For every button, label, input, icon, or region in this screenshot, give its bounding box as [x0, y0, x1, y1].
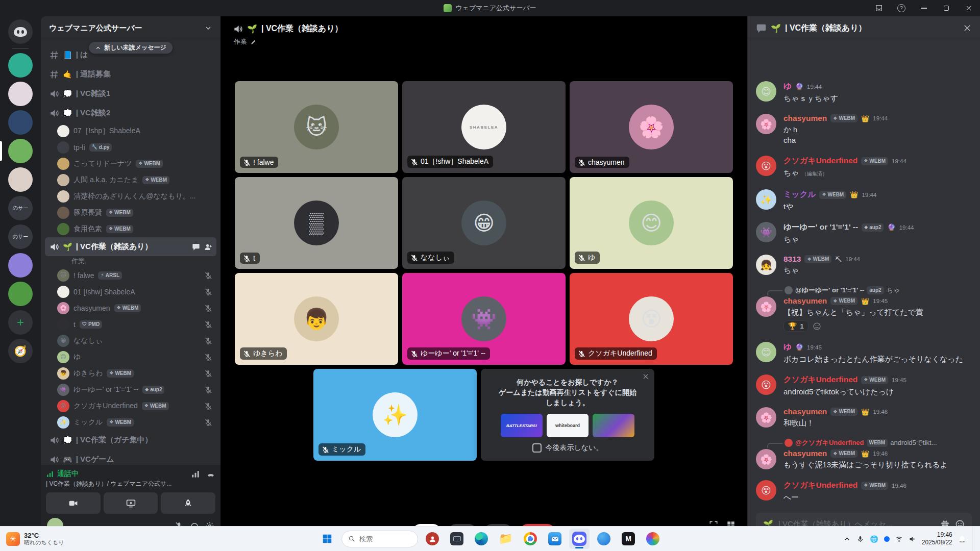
server-icon[interactable]: +	[8, 310, 33, 335]
taskbar-search[interactable]	[341, 531, 418, 547]
avatar[interactable]: ✨	[756, 189, 776, 210]
reply-preview[interactable]: @クソガキUnderfined WEBM android5でtikt...	[785, 438, 972, 447]
noise-suppression-icon[interactable]	[191, 469, 200, 479]
avatar[interactable]: 😵	[756, 480, 776, 500]
activity-thumbnail[interactable]: whiteboard	[547, 414, 589, 437]
voice-member[interactable]: こってりドーナツ ❖WEBM	[53, 156, 216, 171]
channel-row-selected[interactable]: 🌱 | VC作業（雑談あり）	[45, 237, 216, 256]
notification-bell-icon[interactable]: 🔔	[958, 536, 966, 542]
discord-home-button[interactable]	[8, 19, 33, 44]
minimize-button[interactable]	[913, 0, 935, 16]
video-tile[interactable]: 🌸 chasyumen	[570, 81, 733, 173]
server-icon[interactable]: 🧭	[8, 339, 33, 363]
video-tile[interactable]: 🐱 ! falwe	[235, 81, 398, 173]
avatar[interactable]: 👾	[756, 222, 776, 242]
channel-row[interactable]: 🤙 | 通話募集	[45, 65, 216, 84]
headphones-icon[interactable]	[190, 521, 199, 526]
mute-mic-icon[interactable]	[175, 521, 184, 526]
avatar[interactable]: 😊	[756, 342, 776, 362]
activity-thumbnail[interactable]	[593, 414, 634, 437]
channel-row[interactable]: 🎮 | VCゲーム	[45, 450, 216, 465]
unread-messages-pill[interactable]: 新しい未読メッセージ	[89, 42, 173, 54]
voice-member[interactable]: 👦 ゆきらわ ❖WEBM	[53, 365, 216, 381]
onedrive-icon[interactable]	[884, 536, 890, 542]
maximize-button[interactable]	[935, 0, 958, 16]
server-icon[interactable]	[8, 139, 33, 163]
reaction[interactable]: 🏆1	[783, 320, 808, 332]
video-tile[interactable]: ▒ t	[235, 177, 398, 269]
username[interactable]: クソガキUnderfined	[783, 156, 857, 166]
chat-message[interactable]: 🌸 chasyumen ❖WEBM 👑 19:46 和歌山！	[756, 407, 972, 428]
inbox-icon[interactable]	[868, 0, 890, 16]
show-desktop-button[interactable]	[972, 527, 974, 551]
avatar[interactable]: 🌸	[756, 407, 776, 428]
app-icon-person[interactable]	[422, 529, 443, 549]
fullscreen-icon[interactable]	[708, 520, 719, 526]
disconnect-call-icon[interactable]	[206, 469, 215, 479]
username[interactable]: chasyumen	[783, 114, 827, 123]
voice-member[interactable]: 01 [!shw] ShabeleA	[53, 284, 216, 299]
app-icon-edge[interactable]	[471, 529, 492, 549]
username[interactable]: ゆ	[783, 81, 792, 92]
close-button[interactable]	[958, 0, 980, 16]
chat-message[interactable]: ✨ ミックル ❖WEBM 👑 19:44 tや	[756, 189, 972, 212]
avatar[interactable]: 😵	[756, 156, 776, 176]
avatar[interactable]: 🌸	[756, 449, 776, 469]
voice-member[interactable]: 🌸 chasyumen ❖WEBM	[53, 300, 216, 316]
voice-member[interactable]: 🐱 ! falwe ⚡ARSL	[53, 267, 216, 283]
tray-mic-icon[interactable]	[856, 535, 864, 543]
server-icon[interactable]	[8, 282, 33, 306]
user-avatar[interactable]	[47, 518, 63, 526]
avatar[interactable]: 👧	[756, 255, 776, 275]
invite-member-icon[interactable]	[204, 243, 212, 251]
chat-message[interactable]: 😵 クソガキUnderfined ❖WEBM 19:45 android5でti…	[756, 374, 972, 397]
username[interactable]: クソガキUnderfined	[783, 480, 857, 491]
video-tile[interactable]: 👦 ゆきらわ	[235, 273, 398, 365]
server-icon[interactable]: のサー	[8, 224, 33, 249]
app-icon-chrome[interactable]	[520, 529, 541, 549]
app-icon-teams[interactable]	[594, 529, 614, 549]
video-tile[interactable]: 😁 ななしぃ	[402, 177, 566, 269]
chat-message[interactable]: 😊 ゆ 🔮 19:44 ちゃｓｙちゃす	[756, 81, 972, 104]
start-button[interactable]	[317, 529, 337, 549]
weather-widget[interactable]: ☀ 32°C 晴れのちくもり	[0, 527, 70, 551]
camera-button[interactable]	[46, 492, 101, 514]
username[interactable]: ゆ	[783, 342, 792, 353]
username[interactable]: 8313	[783, 255, 801, 264]
server-icon[interactable]: のサー	[8, 196, 33, 220]
avatar[interactable]: 😊	[756, 81, 776, 102]
dont-show-again-checkbox[interactable]	[532, 443, 542, 453]
channel-row[interactable]: 💭 | VC雑談2	[45, 104, 216, 122]
video-tile[interactable]: ✨ ミックル	[313, 369, 477, 461]
settings-gear-icon[interactable]	[205, 521, 214, 526]
close-icon[interactable]	[642, 373, 649, 380]
app-icon-explorer[interactable]: 📁	[496, 529, 516, 549]
chat-message[interactable]: 😵 クソガキUnderfined ❖WEBM 19:46 へー	[756, 480, 972, 503]
username[interactable]: chasyumen	[783, 449, 827, 458]
video-tile[interactable]: 👾 ゆーゆー' or '1'='1' --	[402, 273, 566, 365]
voice-member[interactable]: 清楚枠のあざりんくん@ななもり。...	[53, 188, 216, 204]
server-icon[interactable]	[8, 167, 33, 192]
server-header[interactable]: ウェブマニア公式サーバー	[41, 16, 220, 40]
voice-member[interactable]: tp-li 🔧d.py	[53, 139, 216, 155]
voice-member[interactable]: 😁 ななしぃ	[53, 333, 216, 348]
server-icon[interactable]	[8, 82, 33, 106]
voice-member[interactable]: 07［!shp］ShabeleA	[53, 123, 216, 139]
activities-button[interactable]	[161, 492, 215, 514]
grid-layout-icon[interactable]	[726, 520, 736, 526]
username[interactable]: chasyumen	[783, 407, 827, 416]
channel-row[interactable]: 💭 | VC作業（ガチ集中）	[45, 431, 216, 449]
close-chat-icon[interactable]	[963, 23, 972, 33]
username[interactable]: ミックル	[783, 189, 816, 200]
app-icon-taskview[interactable]	[447, 529, 467, 549]
screen-share-button[interactable]	[104, 492, 158, 514]
avatar[interactable]: 😵	[756, 374, 776, 395]
add-reaction-icon[interactable]	[813, 322, 821, 331]
voice-member[interactable]: ✨ ミックル ❖WEBM	[53, 414, 216, 430]
tray-globe-icon[interactable]: 🌐	[870, 536, 878, 542]
chat-message[interactable]: 🌸 chasyumen ❖WEBM 👑 19:44 かｈ cha	[756, 114, 972, 145]
chat-message[interactable]: @ゆーゆー' or '1'='1' -- aup2 ちゃ 🌸 chasyumen…	[756, 286, 972, 332]
server-icon[interactable]	[8, 110, 33, 135]
help-icon[interactable]: ?	[890, 0, 913, 16]
volume-icon[interactable]	[909, 535, 916, 543]
